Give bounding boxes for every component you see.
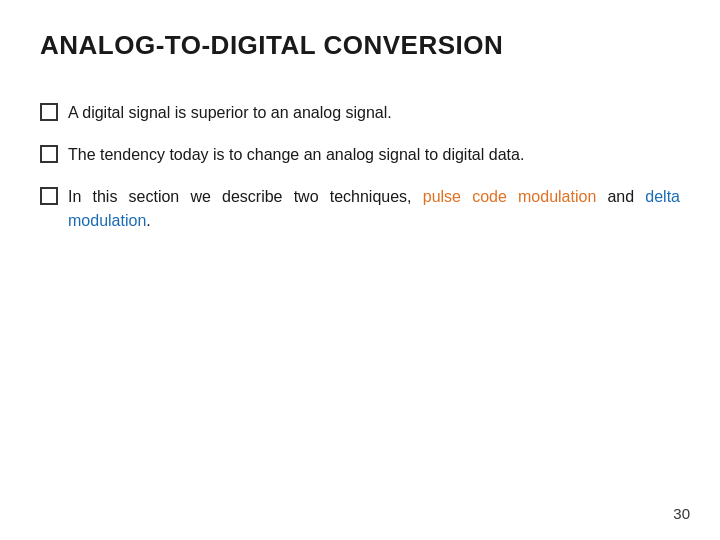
bullet-text-3: In this section we describe two techniqu…	[68, 185, 680, 233]
checkbox-icon-2	[40, 145, 58, 163]
bullet3-intro: In this section we describe two techniqu…	[68, 188, 423, 205]
bullet-item-1: A digital signal is superior to an analo…	[40, 101, 680, 125]
bullet1-text: A digital signal is superior to an analo…	[68, 104, 392, 121]
page-number: 30	[673, 505, 690, 522]
slide-content: A digital signal is superior to an analo…	[40, 101, 680, 233]
bullet3-and: and	[596, 188, 645, 205]
checkbox-icon-3	[40, 187, 58, 205]
bullet-item-3: In this section we describe two techniqu…	[40, 185, 680, 233]
checkbox-icon-1	[40, 103, 58, 121]
slide-title: ANALOG-TO-DIGITAL CONVERSION	[40, 30, 680, 61]
bullet2-text: The tendency today is to change an analo…	[68, 146, 524, 163]
bullet3-period: .	[146, 212, 150, 229]
bullet-text-2: The tendency today is to change an analo…	[68, 143, 680, 167]
bullet3-pulse-code: pulse code modulation	[423, 188, 597, 205]
bullet-text-1: A digital signal is superior to an analo…	[68, 101, 680, 125]
slide: ANALOG-TO-DIGITAL CONVERSION A digital s…	[0, 0, 720, 540]
bullet-item-2: The tendency today is to change an analo…	[40, 143, 680, 167]
